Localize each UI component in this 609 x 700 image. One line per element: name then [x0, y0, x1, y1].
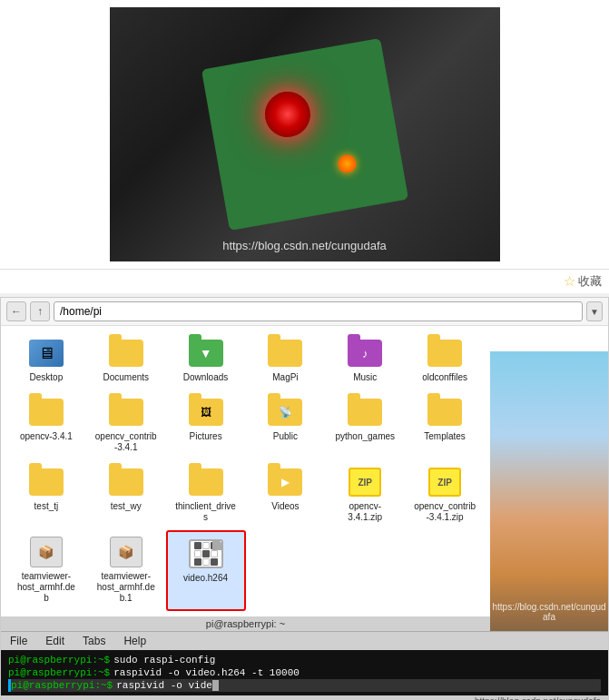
test-tj-label: test_tj — [34, 501, 59, 512]
opencv-zip-label: opencv-3.4.1.zip — [334, 501, 396, 523]
video-h264-label: video.h264 — [183, 573, 228, 584]
file-item-templates[interactable]: Templates — [405, 390, 485, 460]
bookmark-button[interactable]: ☆ 收藏 — [564, 273, 602, 290]
sky-watermark: https://blog.csdn.net/cungudafa — [490, 602, 608, 622]
menu-help[interactable]: Help — [122, 634, 148, 648]
python-games-folder-icon — [347, 396, 383, 429]
documents-folder-icon — [108, 337, 144, 370]
pictures-label: Pictures — [190, 431, 222, 442]
terminal-prompt-1: pi@raspberrypi:~$ — [8, 655, 110, 665]
terminal-prompt-3: pi@raspberrypi:~$ — [11, 680, 113, 691]
terminal-cmd-3: raspivid -o vide — [116, 680, 212, 691]
teamviewer-deb1-icon: 📦 — [108, 536, 144, 568]
desktop-folder-icon — [28, 337, 64, 370]
address-bar: ← ↑ ▼ — [1, 298, 608, 326]
terminal-cmd-1: sudo raspi-config — [113, 655, 215, 665]
sky-panel: https://blog.csdn.net/cungudafa — [490, 351, 608, 631]
music-label: Music — [353, 372, 377, 383]
file-item-opencv-zip[interactable]: ZIP opencv-3.4.1.zip — [325, 460, 405, 530]
teamviewer-deb-icon: 📦 — [28, 536, 64, 568]
file-item-opencv[interactable]: opencv-3.4.1 — [6, 390, 86, 460]
teamviewer-deb-label: teamviewer-host_armhf.deb — [15, 571, 77, 604]
video-h264-icon — [188, 537, 224, 570]
terminal-body: pi@raspberrypi:~$ sudo raspi-config pi@r… — [1, 650, 608, 695]
file-item-opencv-contrib[interactable]: opencv_contrib-3.4.1 — [86, 390, 166, 460]
file-item-python-games[interactable]: python_games — [325, 390, 405, 460]
file-grid: Desktop Documents ▼ Downloa — [1, 326, 490, 616]
terminal-line-3: pi@raspberrypi:~$ raspivid -o vide — [8, 679, 601, 692]
file-item-desktop[interactable]: Desktop — [6, 331, 86, 390]
file-item-public[interactable]: 📡 Public — [246, 390, 326, 460]
file-item-downloads[interactable]: ▼ Downloads — [166, 331, 246, 390]
opencv-zip-icon: ZIP — [347, 466, 383, 498]
public-label: Public — [273, 431, 298, 442]
back-button[interactable]: ← — [6, 301, 26, 321]
thinclient-label: thinclient_drives — [175, 501, 237, 523]
documents-label: Documents — [103, 372, 149, 383]
terminal-line-2: pi@raspberrypi:~$ raspivid -o video.h264… — [8, 666, 601, 679]
file-item-teamviewer-deb1[interactable]: 📦 teamviewer-host_armhf.deb.1 — [86, 530, 166, 611]
public-folder-icon: 📡 — [267, 396, 303, 429]
up-button[interactable]: ↑ — [30, 301, 50, 321]
python-games-label: python_games — [335, 431, 395, 442]
file-item-video-h264[interactable]: video.h264 — [166, 530, 246, 611]
file-item-thinclient[interactable]: thinclient_drives — [166, 460, 246, 530]
opencv-contrib-zip-label: opencv_contrib-3.4.1.zip — [414, 501, 476, 523]
path-dropdown[interactable]: ▼ — [586, 301, 603, 321]
file-item-oldconffiles[interactable]: oldconffiles — [405, 331, 485, 390]
test-tj-folder-icon — [28, 466, 64, 498]
file-item-documents[interactable]: Documents — [86, 331, 166, 390]
file-manager: ← ↑ ▼ Desktop Documents — [0, 297, 609, 700]
file-item-test-tj[interactable]: test_tj — [6, 460, 86, 530]
file-item-videos[interactable]: ▶ Videos — [246, 460, 326, 530]
file-item-opencv-contrib-zip[interactable]: ZIP opencv_contrib-3.4.1.zip — [405, 460, 485, 530]
menu-file[interactable]: File — [8, 634, 29, 648]
bottom-watermark-bar: https://blog.csdn.net/cungudafa — [1, 695, 608, 700]
menu-edit[interactable]: Edit — [44, 634, 66, 648]
oldconffiles-label: oldconffiles — [422, 372, 467, 383]
music-folder-icon: ♪ — [347, 337, 383, 370]
downloads-folder-icon: ▼ — [188, 337, 224, 370]
opencv-contrib-label: opencv_contrib-3.4.1 — [95, 431, 157, 453]
file-item-teamviewer-deb[interactable]: 📦 teamviewer-host_armhf.deb — [6, 530, 86, 611]
templates-label: Templates — [424, 431, 466, 442]
terminal-menubar: File Edit Tabs Help — [1, 631, 608, 650]
videos-label: Videos — [271, 501, 299, 512]
terminal-cursor — [212, 680, 219, 691]
file-item-magpi[interactable]: MagPi — [246, 331, 326, 390]
test-wy-folder-icon — [108, 466, 144, 498]
top-watermark: https://blog.csdn.net/cungudafa — [222, 239, 387, 252]
magpi-label: MagPi — [272, 372, 298, 383]
opencv-folder-icon — [28, 396, 64, 429]
top-image-section: https://blog.csdn.net/cungudafa — [0, 0, 609, 269]
thinclient-folder-icon — [188, 466, 224, 498]
path-input[interactable] — [54, 301, 583, 321]
oldconffiles-folder-icon — [427, 337, 463, 370]
bookmark-bar: ☆ 收藏 — [0, 269, 609, 293]
terminal-line-1: pi@raspberrypi:~$ sudo raspi-config — [8, 654, 601, 666]
camera-image: https://blog.csdn.net/cungudafa — [110, 7, 500, 261]
videos-folder-icon: ▶ — [267, 466, 303, 498]
opencv-contrib-folder-icon — [108, 396, 144, 429]
star-icon: ☆ — [564, 273, 575, 290]
terminal-prompt-2: pi@raspberrypi:~$ — [8, 667, 110, 678]
pcb-board — [201, 38, 408, 231]
file-item-music[interactable]: ♪ Music — [325, 331, 405, 390]
magpi-folder-icon — [267, 337, 303, 370]
opencv-contrib-zip-icon: ZIP — [427, 466, 463, 498]
bookmark-label: 收藏 — [578, 273, 602, 290]
pi-status: pi@raspberrypi: ~ — [1, 616, 490, 631]
file-item-pictures[interactable]: 🖼 Pictures — [166, 390, 246, 460]
desktop-label: Desktop — [30, 372, 64, 383]
templates-folder-icon — [427, 396, 463, 429]
downloads-label: Downloads — [183, 372, 228, 383]
pictures-folder-icon: 🖼 — [188, 396, 224, 429]
terminal-cmd-2: raspivid -o video.h264 -t 10000 — [113, 667, 300, 678]
menu-tabs[interactable]: Tabs — [81, 634, 107, 648]
teamviewer-deb1-label: teamviewer-host_armhf.deb.1 — [95, 571, 157, 604]
file-item-test-wy[interactable]: test_wy — [86, 460, 166, 530]
pi-status-text: pi@raspberrypi: ~ — [206, 618, 285, 629]
opencv-label: opencv-3.4.1 — [20, 431, 73, 442]
bottom-watermark-text: https://blog.csdn.net/cungudafa — [475, 696, 601, 700]
test-wy-label: test_wy — [111, 501, 142, 512]
